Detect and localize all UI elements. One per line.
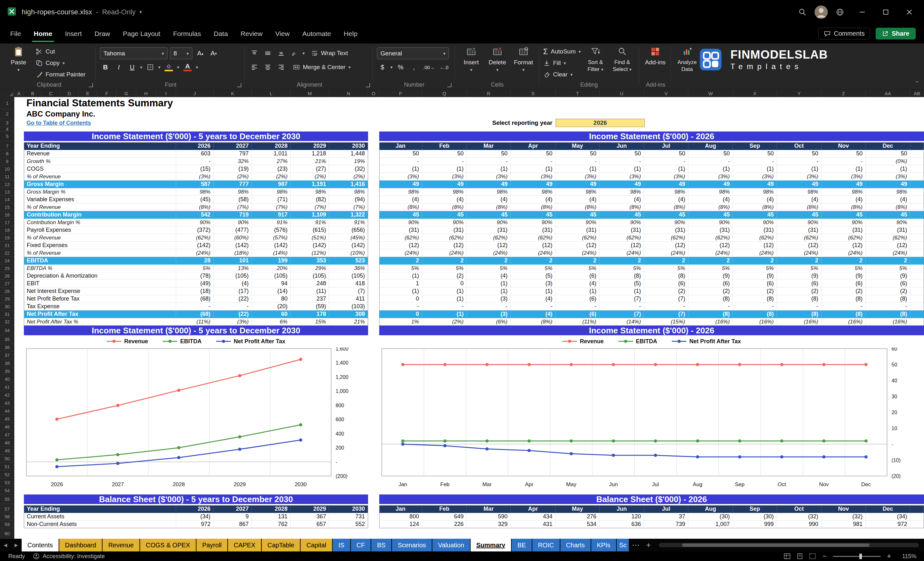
cell[interactable]: 90% <box>214 219 252 226</box>
col-header-G[interactable]: G <box>117 90 136 97</box>
page-layout-view-button[interactable] <box>796 553 804 560</box>
cell[interactable]: (1) <box>422 288 467 295</box>
cell[interactable]: (14) <box>252 288 291 295</box>
cell[interactable]: (6) <box>822 280 866 288</box>
cell[interactable]: (3%) <box>644 173 688 180</box>
cell[interactable]: (45%) <box>329 234 368 242</box>
cell[interactable]: 2 <box>556 257 600 265</box>
cell[interactable]: 49 <box>688 180 733 188</box>
cell[interactable]: - <box>176 158 214 165</box>
menu-tab-home[interactable]: Home <box>27 24 58 43</box>
cell[interactable]: (24%) <box>822 249 866 257</box>
cell[interactable]: 5% <box>600 265 644 272</box>
cell[interactable]: (3%) <box>866 173 910 180</box>
col-header-M[interactable]: M <box>291 90 329 97</box>
row-header-35[interactable]: 35 <box>0 335 14 343</box>
cell[interactable]: 21% <box>291 158 329 165</box>
cell[interactable]: 49 <box>733 180 777 188</box>
cell[interactable]: (7) <box>644 310 688 318</box>
addins-button[interactable]: Add-ins <box>642 46 669 79</box>
cell[interactable]: 867 <box>214 520 252 528</box>
row-label[interactable]: EBIT <box>24 280 176 288</box>
cell[interactable]: (8) <box>644 272 688 280</box>
cell[interactable]: 131 <box>252 513 291 520</box>
cell[interactable]: (4) <box>379 196 422 204</box>
cell[interactable]: 6% <box>252 318 291 326</box>
month-column-header[interactable]: Aug <box>688 505 733 513</box>
cell[interactable]: (3%) <box>176 173 214 180</box>
cell[interactable]: 590 <box>467 513 511 520</box>
cell[interactable]: (17) <box>214 288 252 295</box>
month-column-header[interactable]: Jul <box>644 142 688 150</box>
cell[interactable]: (4) <box>214 280 252 288</box>
cell[interactable]: 98% <box>291 188 329 196</box>
bold-button[interactable]: B <box>100 62 111 73</box>
cell[interactable]: (62%) <box>866 234 910 242</box>
cell[interactable]: (12) <box>733 242 777 249</box>
table-of-contents-link[interactable]: Go to Table of Contents <box>26 119 91 127</box>
cell[interactable]: 37 <box>644 513 688 520</box>
row-label[interactable]: Growth % <box>24 158 176 165</box>
cell[interactable]: (1) <box>511 288 556 295</box>
cell[interactable]: 29% <box>291 265 329 272</box>
zoom-in-button[interactable]: + <box>886 552 892 560</box>
cell[interactable]: 199 <box>252 257 291 265</box>
cell[interactable]: 98% <box>467 188 511 196</box>
row-header-1[interactable]: 1 <box>0 97 14 109</box>
cell[interactable]: (20) <box>252 303 291 310</box>
sheet-tab-kpis[interactable]: KPIs <box>591 539 616 552</box>
cell[interactable]: 49 <box>379 180 422 188</box>
cell[interactable]: (142) <box>329 242 368 249</box>
row-label[interactable]: % of Revenue <box>24 173 176 180</box>
cell[interactable]: 649 <box>422 513 467 520</box>
row-header-10[interactable]: 10 <box>0 165 14 173</box>
cell[interactable]: (9) <box>688 272 733 280</box>
cell[interactable]: - <box>777 158 822 165</box>
page-break-view-button[interactable] <box>809 553 816 560</box>
cell[interactable]: 50 <box>822 150 866 158</box>
col-header-V[interactable]: V <box>644 90 688 97</box>
month-column-header[interactable]: Oct <box>777 505 822 513</box>
cell[interactable]: (7) <box>644 295 688 303</box>
cell[interactable]: 367 <box>291 513 329 520</box>
cell[interactable]: (45) <box>176 196 214 204</box>
cell[interactable]: (78) <box>176 272 214 280</box>
cell[interactable]: 5% <box>777 265 822 272</box>
month-column-header[interactable]: Apr <box>511 142 556 150</box>
row-header-48[interactable]: 48 <box>0 439 14 447</box>
row-label[interactable]: COGS <box>24 165 176 173</box>
row-header-34[interactable]: 34 <box>0 326 14 335</box>
cell[interactable]: 90% <box>422 219 467 226</box>
cell[interactable]: - <box>688 158 733 165</box>
analyze-data-button[interactable]: Analyze Data <box>674 46 700 79</box>
cell[interactable]: (18%) <box>214 249 252 257</box>
col-header-H[interactable]: H <box>136 90 156 97</box>
menu-tab-formulas[interactable]: Formulas <box>167 24 208 43</box>
cell[interactable]: - <box>644 158 688 165</box>
menu-tab-review[interactable]: Review <box>234 24 269 43</box>
row-label[interactable]: Revenue <box>24 150 176 158</box>
year-ending-header[interactable]: Year Ending <box>24 505 176 513</box>
cell[interactable]: 5% <box>511 265 556 272</box>
comma-format-button[interactable]: , <box>408 62 419 73</box>
month-column-header[interactable]: Nov <box>822 505 866 513</box>
cell[interactable]: (6) <box>777 280 822 288</box>
cell[interactable]: (8%) <box>777 204 822 211</box>
cell[interactable]: (12) <box>379 242 422 249</box>
row-label[interactable]: Depreciation & Amortization <box>24 272 176 280</box>
cell[interactable]: (12) <box>422 242 467 249</box>
cell[interactable]: 2 <box>600 257 644 265</box>
row-header-17[interactable]: 17 <box>0 219 14 226</box>
cell[interactable]: 90% <box>688 219 733 226</box>
cell[interactable]: 98% <box>866 188 910 196</box>
cell[interactable]: (4) <box>688 196 733 204</box>
cell[interactable]: 13% <box>214 265 252 272</box>
col-header-F[interactable]: F <box>97 90 117 97</box>
cell[interactable]: (23) <box>252 165 291 173</box>
row-header-11[interactable]: 11 <box>0 173 14 180</box>
avatar[interactable] <box>814 5 828 19</box>
row-header-5[interactable]: 5 <box>0 132 14 141</box>
title-chevron-icon[interactable]: ▾ <box>140 9 142 15</box>
cell[interactable]: (62%) <box>556 234 600 242</box>
col-header-S[interactable]: S <box>511 90 556 97</box>
